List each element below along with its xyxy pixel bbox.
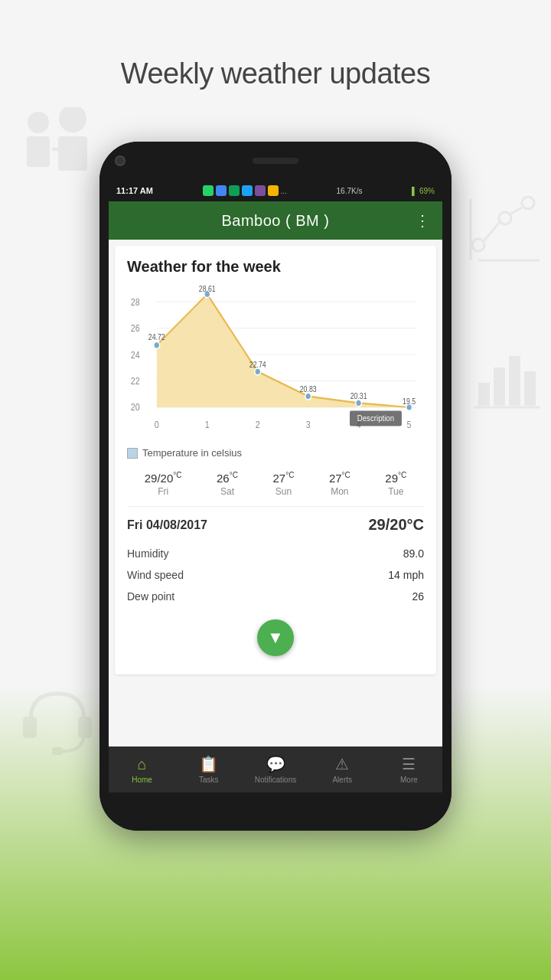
temperature-chart: 20 22 24 26 28 0 1 2 3 4 5 [127,285,424,438]
svg-text:22: 22 [131,376,140,386]
nav-notifications-label: Notifications [255,776,296,784]
legend-label: Temperature in celsius [142,447,242,459]
nav-home[interactable]: ⌂ Home [109,751,175,789]
data-point-0[interactable] [154,341,160,348]
day-name-fri: Fri [158,486,168,497]
svg-rect-12 [23,717,37,738]
nav-notifications[interactable]: 💬 Notifications [242,750,308,789]
day-temp-fri: 29/20°C [145,471,182,485]
phone-bottom [99,792,452,831]
app-icon-5 [255,185,266,196]
svg-text:2: 2 [256,420,260,430]
svg-line-8 [484,223,499,240]
chart-svg: 20 22 24 26 28 0 1 2 3 4 5 [127,285,424,438]
nav-alerts-label: Alerts [332,776,352,784]
detail-wind-value: 14 mph [388,569,424,581]
status-bar: 11:17 AM ... 16.7K/s ▌ 69% [109,180,442,201]
data-point-3[interactable] [305,393,311,400]
detail-humidity-value: 89.0 [403,547,424,560]
svg-text:20: 20 [131,403,140,413]
home-icon: ⌂ [138,756,147,773]
svg-text:28: 28 [131,297,140,307]
svg-text:28.61: 28.61 [199,285,216,293]
svg-rect-16 [494,368,505,406]
detail-dew-value: 26 [412,590,424,603]
day-item-sun[interactable]: 27°C Sun [272,471,294,497]
svg-text:1: 1 [205,420,210,430]
detail-dew: Dew point 26 [127,586,424,607]
svg-rect-17 [509,356,520,406]
day-item-fri[interactable]: 29/20°C Fri [145,471,182,497]
nav-tasks-label: Tasks [199,776,219,784]
app-icon-3 [229,185,240,196]
nav-tasks[interactable]: 📋 Tasks [175,750,242,789]
day-name-sat: Sat [220,486,234,497]
svg-text:24.72: 24.72 [148,334,165,342]
selected-day-header: Fri 04/08/2017 29/20°C [127,516,424,534]
front-camera [115,155,126,166]
chevron-down-icon: ▼ [267,628,284,648]
fab-container: ▼ [127,607,424,662]
svg-rect-1 [27,136,50,167]
screen: 11:17 AM ... 16.7K/s ▌ 69% Bamboo ( BM )… [109,180,442,792]
overflow-dots: ... [281,187,287,195]
detail-dew-label: Dew point [127,590,174,603]
app-icon-2 [216,185,227,196]
day-name-sun: Sun [276,486,292,497]
day-temp-sun: 27°C [272,471,294,485]
overflow-menu-button[interactable]: ⋮ [415,211,430,230]
day-temp-tue: 29°C [385,471,406,485]
content-area: Weather for the week 20 22 24 [109,240,442,746]
day-item-mon[interactable]: 27°C Mon [329,471,350,497]
detail-humidity-label: Humidity [127,547,168,560]
day-name-mon: Mon [331,486,348,497]
expand-fab-button[interactable]: ▼ [257,619,294,656]
svg-rect-18 [524,371,536,406]
day-item-sat[interactable]: 26°C Sat [217,471,238,497]
app-bar-title: Bamboo ( BM ) [222,212,330,230]
svg-line-9 [511,207,522,214]
phone-speaker [253,158,298,164]
svg-text:22.74: 22.74 [249,361,266,369]
svg-point-2 [59,107,86,132]
svg-point-5 [472,239,484,251]
data-point-2[interactable] [255,368,261,375]
app-icon-4 [242,185,253,196]
whatsapp-icon [203,185,214,196]
svg-text:0: 0 [155,420,159,430]
chart-tooltip-text: Description [357,413,395,423]
day-item-tue[interactable]: 29°C Tue [385,471,406,497]
deco-headset-icon [15,678,99,766]
weather-card-title: Weather for the week [127,258,424,276]
nav-alerts[interactable]: ⚠ Alerts [309,750,376,789]
tasks-icon: 📋 [199,755,218,773]
chart-area [157,294,409,407]
data-point-4[interactable] [356,400,362,407]
svg-rect-15 [478,383,490,406]
app-bar: Bamboo ( BM ) ⋮ [109,201,442,240]
svg-rect-3 [58,136,87,171]
detail-humidity: Humidity 89.0 [127,543,424,564]
svg-text:20.83: 20.83 [300,385,317,394]
svg-text:19.5: 19.5 [403,397,416,406]
status-network: 16.7K/s [337,187,363,195]
nav-home-label: Home [132,776,152,784]
svg-rect-14 [52,747,63,755]
deco-barchart-icon [471,345,540,416]
more-icon: ☰ [402,755,416,773]
detail-wind-label: Wind speed [127,569,184,581]
svg-text:5: 5 [407,420,412,430]
svg-point-6 [499,212,511,224]
weekly-row: 29/20°C Fri 26°C Sat 27°C Sun 27°C Mon [127,471,424,507]
legend-color-box [127,448,138,459]
bottom-nav: ⌂ Home 📋 Tasks 💬 Notifications ⚠ Alerts … [109,746,442,792]
selected-temp: 29/20°C [369,516,425,534]
nav-more[interactable]: ☰ More [376,750,442,789]
notifications-icon: 💬 [266,755,285,773]
day-name-tue: Tue [388,486,403,497]
selected-date: Fri 04/08/2017 [127,518,207,532]
svg-point-7 [522,197,534,209]
phone-top [99,142,452,180]
detail-wind: Wind speed 14 mph [127,564,424,586]
svg-text:3: 3 [306,420,311,430]
